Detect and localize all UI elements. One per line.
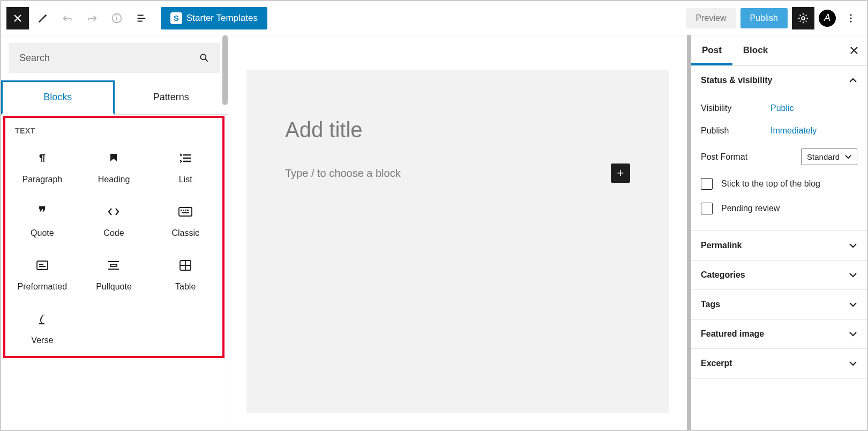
list-view-icon bbox=[136, 12, 147, 24]
svg-rect-11 bbox=[185, 210, 186, 211]
chevron-down-icon bbox=[849, 361, 857, 366]
block-pullquote[interactable]: Pullquote bbox=[78, 244, 150, 298]
outline-button[interactable] bbox=[131, 8, 152, 29]
panel-permalink-header[interactable]: Permalink bbox=[691, 231, 867, 260]
paragraph-icon bbox=[36, 149, 48, 167]
add-block-button[interactable]: + bbox=[611, 164, 630, 183]
toolbar-right: Preview Publish A bbox=[686, 7, 862, 29]
close-inserter-button[interactable] bbox=[6, 7, 29, 29]
preformatted-icon bbox=[36, 256, 49, 274]
visibility-value[interactable]: Public bbox=[770, 103, 794, 113]
chevron-up-icon bbox=[849, 78, 857, 83]
panel-permalink: Permalink bbox=[691, 231, 867, 261]
svg-rect-15 bbox=[110, 264, 117, 266]
tab-blocks[interactable]: Blocks bbox=[1, 80, 115, 115]
block-search-input[interactable]: Search bbox=[9, 43, 220, 73]
pencil-icon bbox=[37, 12, 49, 24]
svg-point-5 bbox=[850, 17, 851, 19]
chevron-down-icon bbox=[845, 155, 851, 159]
close-sidebar-button[interactable] bbox=[845, 42, 863, 59]
verse-icon bbox=[37, 310, 48, 328]
panel-tags-header[interactable]: Tags bbox=[691, 290, 867, 319]
block-quote[interactable]: ❞ Quote bbox=[6, 191, 78, 244]
visibility-row: Visibility Public bbox=[701, 97, 857, 120]
plus-icon: + bbox=[617, 166, 624, 180]
chevron-down-icon bbox=[849, 331, 857, 337]
pullquote-icon bbox=[107, 256, 120, 274]
close-icon bbox=[12, 13, 23, 24]
checkbox-sticky[interactable] bbox=[701, 178, 713, 190]
panel-featured-header[interactable]: Featured image bbox=[691, 319, 867, 348]
block-heading[interactable]: Heading bbox=[78, 137, 150, 191]
pending-checkbox-row[interactable]: Pending review bbox=[701, 196, 857, 221]
tab-patterns[interactable]: Patterns bbox=[115, 80, 228, 114]
gear-icon bbox=[797, 12, 809, 24]
svg-rect-10 bbox=[183, 210, 184, 211]
toolbar-left: S Starter Templates bbox=[6, 7, 267, 29]
block-table[interactable]: Table bbox=[149, 244, 221, 298]
info-icon bbox=[111, 12, 123, 24]
block-paragraph[interactable]: Paragraph bbox=[6, 137, 78, 191]
svg-point-7 bbox=[200, 54, 206, 60]
publish-row: Publish Immediately bbox=[701, 120, 857, 142]
svg-point-6 bbox=[850, 20, 851, 22]
details-button[interactable] bbox=[106, 8, 128, 29]
undo-button[interactable] bbox=[57, 8, 78, 29]
block-grid: Paragraph Heading List ❞ Quote Code bbox=[6, 137, 221, 352]
tab-block[interactable]: Block bbox=[732, 35, 779, 65]
block-placeholder[interactable]: Type / to choose a block bbox=[285, 167, 401, 180]
block-classic[interactable]: Classic bbox=[149, 191, 221, 244]
panel-excerpt-header[interactable]: Excerpt bbox=[691, 349, 867, 378]
publish-value[interactable]: Immediately bbox=[770, 126, 817, 136]
search-icon bbox=[199, 53, 209, 63]
post-document: Add title Type / to choose a block + bbox=[246, 70, 669, 413]
inserter-scrollbar[interactable] bbox=[222, 35, 228, 105]
block-code[interactable]: Code bbox=[78, 191, 150, 244]
svg-rect-8 bbox=[179, 207, 192, 216]
astra-icon[interactable]: A bbox=[819, 10, 836, 27]
brand-a-icon: A bbox=[824, 12, 830, 24]
editor-canvas: Add title Type / to choose a block + bbox=[228, 35, 687, 430]
svg-rect-13 bbox=[182, 212, 189, 213]
chevron-down-icon bbox=[849, 272, 857, 278]
redo-icon bbox=[86, 12, 98, 24]
block-inserter-panel: Search Blocks Patterns TEXT Paragraph He… bbox=[1, 35, 228, 430]
post-title-input[interactable]: Add title bbox=[285, 118, 630, 142]
svg-rect-14 bbox=[37, 261, 48, 270]
block-verse[interactable]: Verse bbox=[6, 298, 78, 352]
list-icon bbox=[179, 149, 192, 167]
block-list[interactable]: List bbox=[149, 137, 221, 191]
edit-tools-button[interactable] bbox=[32, 8, 54, 29]
starter-templates-button[interactable]: S Starter Templates bbox=[161, 7, 267, 29]
settings-button[interactable] bbox=[792, 7, 814, 29]
more-options-button[interactable] bbox=[840, 8, 862, 29]
panel-featured-image: Featured image bbox=[691, 319, 867, 349]
tab-post[interactable]: Post bbox=[691, 35, 732, 65]
starter-templates-icon: S bbox=[170, 12, 182, 24]
sticky-checkbox-row[interactable]: Stick to the top of the blog bbox=[701, 172, 857, 196]
chevron-down-icon bbox=[849, 302, 857, 307]
panel-status-header[interactable]: Status & visibility bbox=[691, 66, 867, 95]
block-preformatted[interactable]: Preformatted bbox=[6, 244, 78, 298]
close-icon bbox=[850, 46, 858, 55]
quote-icon: ❞ bbox=[39, 203, 46, 221]
svg-rect-12 bbox=[187, 210, 189, 211]
panel-tags: Tags bbox=[691, 290, 867, 319]
panel-status-body: Visibility Public Publish Immediately Po… bbox=[691, 95, 867, 231]
panel-excerpt: Excerpt bbox=[691, 349, 867, 378]
post-format-select[interactable]: Standard bbox=[801, 148, 857, 165]
redo-button[interactable] bbox=[81, 8, 103, 29]
svg-rect-9 bbox=[181, 210, 182, 211]
classic-icon bbox=[178, 203, 192, 221]
svg-point-3 bbox=[802, 17, 805, 20]
highlight-annotation: TEXT Paragraph Heading List ❞ Quote bbox=[3, 116, 225, 358]
preview-button[interactable]: Preview bbox=[686, 8, 736, 28]
panel-categories-header[interactable]: Categories bbox=[691, 261, 867, 289]
starter-templates-label: Starter Templates bbox=[186, 13, 258, 24]
chevron-down-icon bbox=[849, 243, 857, 248]
checkbox-pending[interactable] bbox=[701, 203, 713, 214]
panel-categories: Categories bbox=[691, 261, 867, 290]
svg-rect-2 bbox=[116, 15, 117, 16]
publish-button[interactable]: Publish bbox=[740, 8, 788, 28]
heading-icon bbox=[108, 149, 119, 167]
